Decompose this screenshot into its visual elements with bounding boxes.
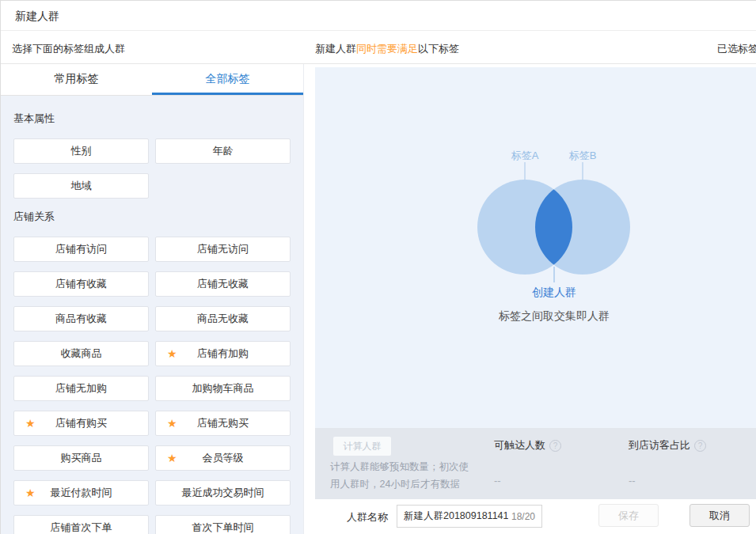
dialog-title: 新建人群 (1, 1, 756, 31)
tag-button[interactable]: 店铺无加购 (13, 376, 149, 401)
tag-label: 店铺有收藏 (55, 277, 107, 291)
tag-label: 店铺无收藏 (197, 277, 249, 291)
crowd-name-input[interactable] (404, 511, 508, 522)
right-title-suffix: 以下标签 (418, 43, 459, 55)
tag-button[interactable]: 店铺无收藏 (155, 271, 291, 297)
compute-hint-line2: 用人群时，24小时后才有数据 (330, 475, 469, 493)
metric-reachable-users: 可触达人数 ? -- (494, 438, 561, 487)
venn-caption: 标签之间取交集即人群 (499, 309, 610, 324)
crowd-preview-panel: 标签A 标签B 创建人群 标签之间取交集即人群 计算人群 计算人群能够预知数量；… (315, 64, 756, 534)
tag-label: 最近成功交易时间 (182, 486, 264, 500)
tag-button[interactable]: 加购物车商品 (155, 376, 291, 401)
tag-button[interactable]: ★店铺有加购 (155, 341, 291, 366)
crowd-name-field: 18/20 (397, 505, 542, 528)
tag-label: 商品有收藏 (55, 312, 107, 326)
star-icon: ★ (167, 348, 177, 359)
tag-button[interactable]: ★最近付款时间 (13, 480, 149, 506)
tag-label: 购买商品 (61, 451, 102, 465)
venn-label-b: 标签B (569, 149, 597, 163)
tag-label: 会员等级 (203, 451, 244, 465)
section-title: 基本属性 (13, 112, 291, 126)
help-icon[interactable]: ? (549, 440, 561, 452)
tag-button[interactable]: 商品无收藏 (155, 306, 291, 331)
tag-label: 店铺有访问 (55, 242, 107, 256)
tag-label: 最近付款时间 (51, 486, 112, 500)
tag-label: 店铺有购买 (55, 416, 107, 430)
tag-label: 店铺有加购 (197, 347, 249, 361)
crowd-name-counter: 18/20 (511, 511, 535, 522)
star-icon: ★ (25, 418, 36, 429)
tag-button[interactable]: 最近成功交易时间 (155, 480, 291, 506)
tag-label: 加购物车商品 (192, 381, 254, 396)
compute-hint: 计算人群能够预知数量；初次使 用人群时，24小时后才有数据 (330, 458, 469, 493)
tag-label: 地域 (71, 179, 92, 193)
tag-button[interactable]: 店铺首次下单 (13, 515, 149, 534)
tag-label: 性别 (71, 144, 92, 158)
panel-gutter (304, 64, 315, 534)
metrics-bar: 计算人群 计算人群能够预知数量；初次使 用人群时，24小时后才有数据 可触达人数… (315, 428, 756, 499)
venn-diagram (315, 67, 756, 428)
star-icon: ★ (167, 453, 177, 464)
cancel-button[interactable]: 取消 (690, 504, 750, 527)
dialog-footer: 人群名称 18/20 保存 取消 (315, 499, 756, 534)
compute-crowd-button[interactable]: 计算人群 (333, 437, 391, 456)
tag-button[interactable]: 首次下单时间 (155, 515, 291, 534)
tag-label: 店铺无加购 (55, 381, 107, 396)
tag-label: 店铺首次下单 (51, 521, 112, 534)
tab-all-tags[interactable]: 全部标签 (152, 64, 303, 95)
crowd-name-label: 人群名称 (347, 510, 388, 525)
tag-button[interactable]: 购买商品 (13, 445, 149, 471)
compute-hint-line1: 计算人群能够预知数量；初次使 (330, 458, 469, 475)
tag-button[interactable]: 年龄 (155, 138, 291, 164)
tag-button[interactable]: 性别 (13, 138, 149, 164)
tag-button[interactable]: 收藏商品 (13, 341, 149, 366)
venn-label-a: 标签A (511, 149, 539, 163)
tag-button[interactable]: 地域 (13, 173, 149, 199)
sub-header: 选择下面的标签组成人群 新建人群同时需要满足以下标签 已选标签 (1, 31, 756, 64)
metric-ratio-value: -- (629, 475, 706, 487)
left-panel-title: 选择下面的标签组成人群 (12, 42, 125, 56)
venn-result-label: 创建人群 (532, 286, 576, 300)
metric-ratio-label: 到店访客占比 (629, 438, 690, 453)
metric-reachable-label: 可触达人数 (494, 438, 545, 453)
new-crowd-dialog: 新建人群 选择下面的标签组成人群 新建人群同时需要满足以下标签 已选标签 常用标… (0, 0, 756, 534)
tag-button[interactable]: 商品有收藏 (13, 306, 149, 331)
help-icon[interactable]: ? (694, 440, 706, 452)
tag-button[interactable]: ★店铺有购买 (13, 411, 149, 436)
right-title-prefix: 新建人群 (315, 43, 356, 55)
tag-label: 年龄 (213, 144, 234, 158)
tag-label: 店铺无访问 (197, 242, 249, 256)
dialog-body: 常用标签 全部标签 基本属性性别年龄地域店铺关系店铺有访问店铺无访问店铺有收藏店… (1, 64, 756, 534)
section-title: 店铺关系 (13, 210, 291, 224)
metric-store-visitor-ratio: 到店访客占比 ? -- (629, 438, 706, 487)
tag-label: 收藏商品 (61, 347, 102, 361)
tag-grid: 性别年龄地域 (13, 138, 291, 199)
tag-button[interactable]: ★会员等级 (155, 445, 291, 471)
tag-label: 店铺无购买 (197, 416, 249, 430)
tag-label: 商品无收藏 (197, 312, 249, 326)
selected-tags-link[interactable]: 已选标签 (717, 42, 756, 56)
right-title-highlight: 同时需要满足 (356, 43, 418, 55)
tag-button[interactable]: 店铺无访问 (155, 237, 291, 262)
tag-sections: 基本属性性别年龄地域店铺关系店铺有访问店铺无访问店铺有收藏店铺无收藏商品有收藏商… (1, 96, 303, 534)
tab-common-tags[interactable]: 常用标签 (1, 64, 152, 95)
venn-diagram-area: 标签A 标签B 创建人群 标签之间取交集即人群 (315, 67, 756, 428)
star-icon: ★ (25, 487, 36, 498)
metric-reachable-value: -- (494, 475, 561, 487)
tag-picker-panel: 常用标签 全部标签 基本属性性别年龄地域店铺关系店铺有访问店铺无访问店铺有收藏店… (1, 64, 304, 534)
tag-button[interactable]: 店铺有收藏 (13, 271, 149, 297)
tag-button[interactable]: 店铺有访问 (13, 237, 149, 262)
tag-tabs: 常用标签 全部标签 (1, 64, 303, 96)
right-panel-title: 新建人群同时需要满足以下标签 (315, 42, 459, 56)
tag-button[interactable]: ★店铺无购买 (155, 411, 291, 436)
tag-label: 首次下单时间 (192, 521, 254, 534)
save-button[interactable]: 保存 (598, 504, 659, 527)
star-icon: ★ (167, 418, 177, 429)
tag-grid: 店铺有访问店铺无访问店铺有收藏店铺无收藏商品有收藏商品无收藏收藏商品★店铺有加购… (13, 237, 291, 534)
